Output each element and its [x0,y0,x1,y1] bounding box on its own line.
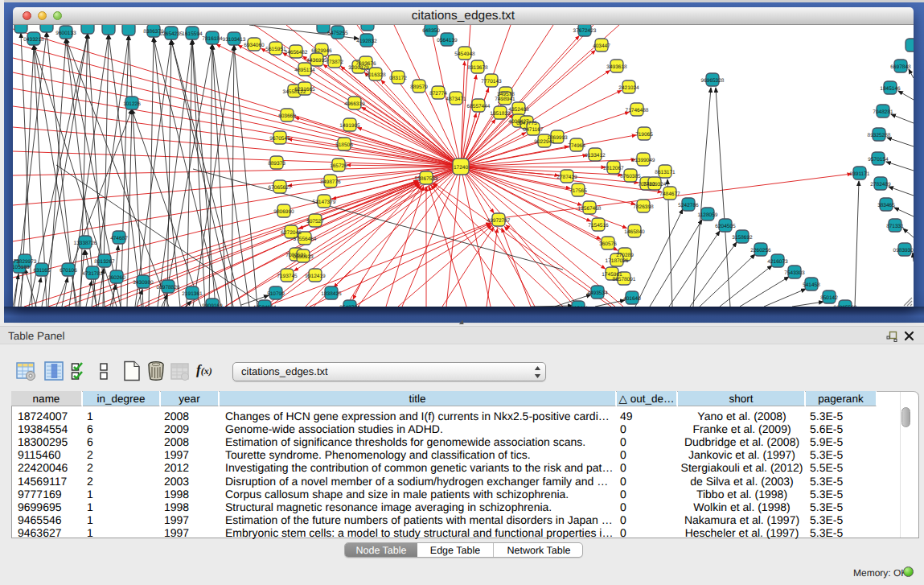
svg-text:1465840: 1465840 [624,229,645,235]
svg-text:850142: 850142 [820,295,838,301]
svg-text:2260256: 2260256 [750,248,771,253]
svg-text:9570154: 9570154 [868,157,889,163]
svg-text:0391171: 0391171 [850,171,870,177]
svg-text:84656482: 84656482 [285,50,308,56]
svg-text:8613171: 8613171 [655,170,676,175]
svg-text:889579: 889579 [410,84,428,90]
svg-text:4873471: 4873471 [446,97,466,102]
svg-text:871331: 871331 [886,224,904,229]
svg-text:9912419: 9912419 [305,274,326,279]
svg-text:083172: 083172 [389,76,407,81]
svg-text:383465: 383465 [877,203,895,208]
svg-text:1491905: 1491905 [339,123,360,129]
svg-text:4216073: 4216073 [767,259,788,265]
svg-text:2016328: 2016328 [365,72,386,78]
svg-text:648350: 648350 [422,28,440,34]
svg-text:6204505: 6204505 [715,224,736,229]
svg-text:1351823: 1351823 [490,111,511,117]
svg-text:17240: 17240 [454,165,468,171]
svg-text:0330923: 0330923 [293,254,314,260]
svg-text:86578091: 86578091 [613,277,636,282]
svg-text:507527: 507527 [306,219,324,225]
svg-text:270289: 270289 [616,253,634,258]
svg-text:401640: 401640 [623,296,641,302]
svg-text:4493534: 4493534 [587,290,608,296]
svg-text:773872: 773872 [326,60,343,65]
svg-text:7693676: 7693676 [355,61,376,67]
svg-text:6934060: 6934060 [244,43,265,48]
svg-text:872774: 872774 [429,91,447,97]
svg-text:5454948: 5454948 [454,51,475,57]
svg-text:8760385: 8760385 [620,174,641,179]
svg-text:101226: 101226 [123,101,141,107]
svg-text:165726: 165726 [330,163,347,169]
svg-text:403447: 403447 [593,43,610,49]
svg-text:360260: 360260 [108,275,125,281]
svg-text:6231665: 6231665 [294,87,315,93]
svg-text:7770143: 7770143 [481,79,502,84]
svg-text:9670546: 9670546 [269,136,290,142]
svg-text:889373: 889373 [268,161,285,167]
svg-text:0564139: 0564139 [437,38,458,43]
svg-text:2787429: 2787429 [556,175,577,180]
svg-text:93103413: 93103413 [223,37,246,43]
svg-text:6629946: 6629946 [311,48,332,54]
svg-text:9909169: 9909169 [202,303,223,307]
svg-text:2421024: 2421024 [618,85,639,91]
svg-text:4966319: 4966319 [344,101,365,107]
svg-text:7826398: 7826398 [633,204,654,210]
svg-text:719065: 719065 [635,132,653,138]
svg-text:1845146: 1845146 [880,86,901,92]
svg-text:2782489: 2782489 [870,182,891,187]
svg-text:8412411: 8412411 [569,306,589,307]
svg-text:8013267: 8013267 [94,259,115,265]
svg-text:1615594: 1615594 [182,31,203,37]
svg-text:518506: 518506 [335,142,353,148]
svg-text:4352408: 4352408 [508,107,529,113]
svg-text:68557444: 68557444 [467,104,491,109]
svg-text:3105183: 3105183 [13,265,30,270]
svg-text:774964: 774964 [568,143,585,149]
svg-text:1838425: 1838425 [321,291,342,297]
svg-text:02654235: 02654235 [160,31,183,37]
svg-text:77109324: 77109324 [643,182,667,187]
svg-text:1128059: 1128059 [698,212,718,218]
svg-text:6272046: 6272046 [281,230,302,236]
svg-text:4731781: 4731781 [82,271,103,277]
svg-text:58867533: 58867533 [415,176,438,182]
svg-text:53147379: 53147379 [313,200,336,205]
svg-text:7816184: 7816184 [202,36,223,42]
svg-text:09839301: 09839301 [893,248,914,253]
svg-text:7154516: 7154516 [588,223,609,229]
svg-text:5242786: 5242786 [678,203,699,208]
svg-text:71746488: 71746488 [626,108,649,113]
svg-text:49972787: 49972787 [487,218,511,224]
svg-text:1869993: 1869993 [547,135,568,141]
svg-text:2812067: 2812067 [603,166,624,171]
svg-text:2191361: 2191361 [182,291,203,297]
svg-text:9133412: 9133412 [585,153,606,159]
svg-text:8498776: 8498776 [320,179,341,185]
svg-text:5615951: 5615951 [265,47,286,52]
svg-text:717565: 717565 [569,188,587,194]
svg-text:96965328: 96965328 [701,78,725,84]
svg-text:9600133: 9600133 [55,31,76,36]
svg-text:3542784: 3542784 [339,305,360,307]
svg-text:7543303: 7543303 [784,270,805,276]
svg-text:67065627: 67065627 [269,185,292,191]
svg-text:73829973: 73829973 [14,259,37,265]
svg-text:7193745: 7193745 [277,274,298,279]
svg-text:631165: 631165 [33,268,51,274]
svg-text:0471167: 0471167 [524,127,544,133]
svg-text:13338726: 13338726 [74,241,97,246]
svg-text:0433218: 0433218 [23,37,44,43]
svg-text:37556464: 37556464 [294,237,317,242]
svg-text:01965569: 01965569 [834,305,857,307]
svg-text:01399049: 01399049 [632,158,655,163]
svg-text:6697848: 6697848 [890,64,911,70]
svg-text:17187026: 17187026 [606,258,629,264]
svg-text:3430980: 3430980 [133,280,154,286]
svg-text:7048281: 7048281 [873,109,893,115]
svg-text:00978820: 00978820 [157,285,180,290]
svg-text:3158692: 3158692 [732,235,753,241]
